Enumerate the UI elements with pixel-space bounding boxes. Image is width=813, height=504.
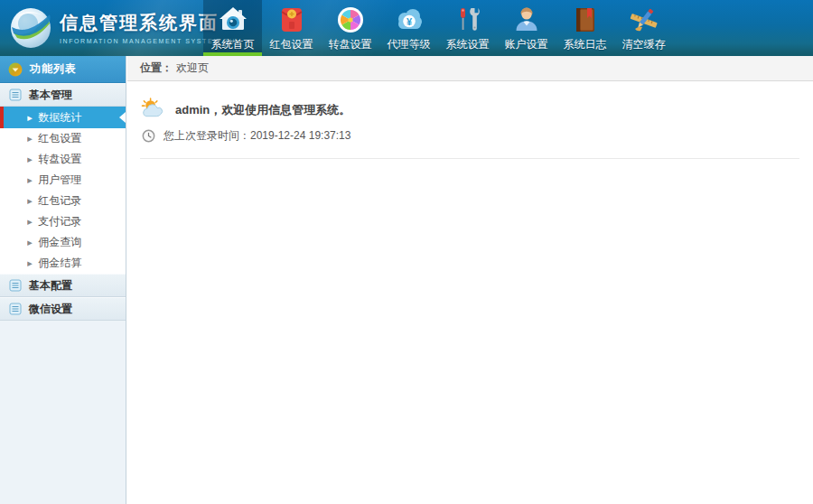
top-nav: 系统首页 红包设置 bbox=[203, 0, 673, 56]
caret-icon: ▶ bbox=[27, 176, 33, 183]
weather-sun-cloud-icon bbox=[140, 98, 166, 120]
user-icon bbox=[511, 5, 542, 34]
tab-red-packet-settings[interactable]: 红包设置 bbox=[262, 0, 321, 56]
sidebar-group-wechat-settings[interactable]: 微信设置 bbox=[0, 297, 126, 321]
last-login-label: 您上次登录时间： bbox=[164, 129, 250, 142]
function-list-icon bbox=[8, 62, 23, 77]
sidebar-item-commission-query[interactable]: ▶ 佣金查询 bbox=[0, 232, 126, 253]
caret-icon: ▶ bbox=[27, 155, 33, 163]
list-icon bbox=[9, 279, 22, 292]
sidebar-title: 功能列表 bbox=[30, 61, 77, 77]
caret-icon: ▶ bbox=[27, 197, 33, 204]
sidebar-item-wheel-settings[interactable]: ▶ 转盘设置 bbox=[0, 149, 126, 170]
main-content: 位置： 欢迎页 admin，欢迎使用信息管理系统。 您上次登录时间： bbox=[127, 56, 813, 504]
caret-icon: ▶ bbox=[27, 259, 33, 266]
tab-label: 转盘设置 bbox=[329, 37, 372, 52]
breadcrumb-label: 位置： bbox=[140, 61, 173, 76]
svg-text:¥: ¥ bbox=[406, 15, 412, 26]
list-icon bbox=[9, 89, 22, 101]
sidebar-item-user-management[interactable]: ▶ 用户管理 bbox=[0, 170, 126, 191]
list-icon bbox=[9, 303, 22, 315]
tools-icon bbox=[453, 5, 483, 34]
tab-system-log[interactable]: 系统日志 bbox=[556, 0, 614, 56]
home-icon bbox=[218, 5, 248, 34]
tab-clear-cache[interactable]: 清空缓存 bbox=[614, 0, 673, 56]
app-header: 信息管理系统界面 INFORMATION MANAGEMENT SYSTEM G… bbox=[0, 0, 813, 56]
color-wheel-icon bbox=[335, 5, 366, 34]
tab-label: 账户设置 bbox=[505, 37, 548, 52]
sidebar-group-basic-management[interactable]: 基本管理 bbox=[0, 83, 126, 107]
sidebar-title-bar[interactable]: 功能列表 bbox=[0, 56, 126, 83]
tab-system-settings[interactable]: 系统设置 bbox=[438, 0, 497, 56]
caret-icon: ▶ bbox=[27, 238, 33, 246]
welcome-panel: admin，欢迎使用信息管理系统。 您上次登录时间：2019-12-24 19:… bbox=[140, 98, 799, 159]
tab-system-home[interactable]: 系统首页 bbox=[203, 0, 262, 56]
sidebar: 功能列表 基本管理 ▶ 数据统计 ▶ 红包设置 ▶ 转盘设置 ▶ 用户管理 ▶ … bbox=[0, 56, 126, 504]
clear-cache-icon bbox=[629, 5, 659, 34]
breadcrumb-current: 欢迎页 bbox=[176, 61, 209, 76]
last-login-time: 2019-12-24 19:37:13 bbox=[250, 129, 350, 142]
caret-icon: ▶ bbox=[27, 218, 33, 225]
caret-icon: ▶ bbox=[27, 114, 33, 121]
sidebar-item-data-statistics[interactable]: ▶ 数据统计 bbox=[0, 107, 126, 128]
welcome-message: admin，欢迎使用信息管理系统。 bbox=[175, 102, 350, 120]
tab-label: 系统首页 bbox=[211, 37, 255, 52]
tab-agent-level[interactable]: ¥ 代理等级 bbox=[379, 0, 438, 56]
last-login: 您上次登录时间：2019-12-24 19:37:13 bbox=[164, 128, 350, 144]
tab-label: 红包设置 bbox=[270, 37, 313, 52]
log-book-icon bbox=[570, 5, 601, 34]
tab-label: 清空缓存 bbox=[622, 37, 666, 52]
breadcrumb: 位置： 欢迎页 bbox=[127, 56, 813, 81]
sidebar-item-payment-records[interactable]: ▶ 支付记录 bbox=[0, 211, 126, 232]
sidebar-item-commission-settlement[interactable]: ▶ 佣金结算 bbox=[0, 253, 126, 274]
red-envelope-icon bbox=[276, 5, 307, 34]
tab-wheel-settings[interactable]: 转盘设置 bbox=[321, 0, 379, 56]
tab-label: 系统日志 bbox=[564, 37, 607, 52]
cloud-yuan-icon: ¥ bbox=[394, 5, 425, 34]
app-logo bbox=[8, 5, 53, 51]
clock-icon bbox=[142, 129, 155, 143]
tab-label: 系统设置 bbox=[446, 37, 490, 52]
selected-notch bbox=[119, 112, 126, 123]
sidebar-group-basic-config[interactable]: 基本配置 bbox=[0, 274, 126, 297]
sidebar-item-red-packet-records[interactable]: ▶ 红包记录 bbox=[0, 191, 126, 211]
tab-account-settings[interactable]: 账户设置 bbox=[497, 0, 556, 56]
sidebar-item-red-packet-settings[interactable]: ▶ 红包设置 bbox=[0, 128, 126, 149]
tab-label: 代理等级 bbox=[388, 37, 431, 52]
caret-icon: ▶ bbox=[27, 135, 33, 142]
